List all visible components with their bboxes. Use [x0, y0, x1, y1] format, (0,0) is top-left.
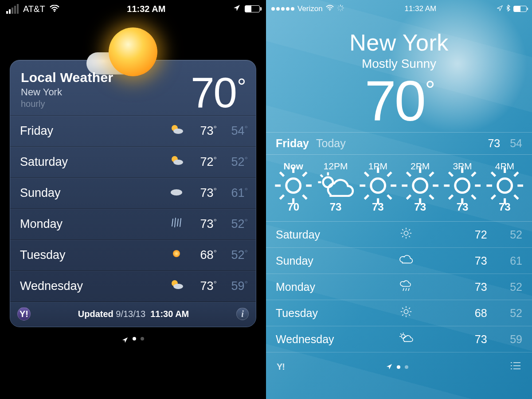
- low-temp: 52: [487, 281, 522, 293]
- sun-icon: [399, 178, 441, 194]
- day-label: Tuesday: [20, 248, 167, 262]
- day-label: Sunday: [20, 186, 167, 200]
- svg-line-80: [403, 288, 404, 291]
- hour-temp: 73: [314, 201, 356, 213]
- spinner-icon: [337, 4, 344, 14]
- svg-line-90: [409, 308, 410, 309]
- svg-line-78: [409, 229, 410, 231]
- weather-header: New York Mostly Sunny 70°: [266, 18, 532, 132]
- svg-line-41: [387, 195, 391, 199]
- low-temp: 52: [487, 228, 522, 241]
- low-temp: 59: [217, 279, 248, 293]
- svg-line-59: [472, 195, 476, 199]
- card-title: Local Weather: [21, 70, 113, 85]
- list-icon[interactable]: [510, 361, 521, 372]
- page-indicator[interactable]: [0, 337, 266, 345]
- svg-line-50: [430, 195, 434, 199]
- sun-icon: [484, 178, 526, 194]
- svg-line-52: [407, 195, 411, 199]
- sun-cloud-icon: [167, 278, 186, 294]
- svg-point-53: [455, 179, 469, 193]
- statusbar-time: 11:32 AM: [127, 4, 165, 14]
- wifi-icon: [50, 4, 59, 14]
- svg-line-15: [342, 6, 343, 7]
- sun-icon: [374, 227, 438, 242]
- svg-point-22: [286, 179, 301, 193]
- forecast-row: Wednesday7359: [266, 326, 532, 352]
- svg-line-7: [175, 218, 176, 227]
- svg-line-9: [180, 219, 181, 227]
- low-temp: 54: [217, 124, 248, 138]
- hour-cell: 2PM73: [399, 161, 441, 213]
- today-low: 54: [510, 137, 522, 150]
- svg-point-13: [329, 10, 330, 11]
- day-label: Sunday: [276, 254, 374, 267]
- sun-icon: [441, 178, 483, 194]
- day-label: Saturday: [276, 228, 374, 241]
- bluetooth-icon: [506, 4, 510, 14]
- sun-icon: [357, 178, 399, 194]
- high-temp: 73: [438, 281, 487, 293]
- high-temp: 73: [186, 186, 217, 200]
- svg-line-21: [338, 6, 339, 7]
- forecast-row: Friday7354: [10, 115, 256, 146]
- sun-cloud-icon: [167, 154, 186, 170]
- sun-icon: [167, 247, 186, 263]
- day-label: Friday: [20, 124, 167, 138]
- day-label: Monday: [20, 217, 167, 231]
- high-temp: 68: [186, 248, 217, 262]
- card-footer: Y! Updated 9/13/13 11:30 AM i: [10, 301, 256, 327]
- forecast-row: Monday7352: [266, 274, 532, 300]
- ios7-weather-screen: Verizon 11:32 AM New York Mostly Sunny 7…: [266, 0, 532, 399]
- forecast-row: Sunday7361: [266, 248, 532, 274]
- page-dot: [405, 365, 408, 369]
- carrier-label: AT&T: [23, 4, 45, 14]
- hour-cell: 4PM73: [484, 161, 526, 213]
- svg-line-28: [303, 195, 307, 199]
- updated-label: Updated 9/13/13 11:30 AM: [78, 309, 189, 319]
- svg-point-2: [173, 129, 183, 134]
- svg-line-61: [449, 195, 453, 199]
- svg-line-30: [280, 195, 284, 199]
- yahoo-icon[interactable]: Y!: [17, 307, 31, 321]
- hour-cell: Now70: [272, 161, 314, 213]
- ios7-statusbar: Verizon 11:32 AM: [266, 0, 532, 18]
- svg-line-40: [364, 172, 368, 176]
- low-temp: 52: [217, 217, 248, 231]
- info-icon[interactable]: i: [236, 308, 249, 320]
- svg-line-67: [491, 172, 495, 176]
- svg-point-83: [404, 309, 408, 313]
- page-indicator[interactable]: [386, 362, 408, 372]
- current-temp: 70°: [365, 73, 434, 129]
- forecast-row: Sunday7361: [10, 177, 256, 208]
- forecast-row: Monday7352: [10, 208, 256, 239]
- daily-forecast[interactable]: Saturday7252Sunday7361Monday7352Tuesday6…: [266, 222, 532, 352]
- svg-point-0: [54, 10, 55, 12]
- hourly-forecast[interactable]: Now7012PM731PM732PM733PM734PM73: [266, 155, 532, 222]
- high-temp: 68: [438, 307, 487, 320]
- high-temp: 73: [438, 254, 487, 267]
- svg-line-6: [172, 219, 173, 226]
- svg-line-82: [408, 288, 409, 291]
- svg-point-5: [171, 189, 182, 196]
- cloud-icon: [167, 185, 186, 201]
- svg-line-43: [364, 195, 368, 199]
- high-temp: 73: [186, 217, 217, 231]
- svg-point-35: [371, 179, 385, 193]
- weather-card-header[interactable]: Local Weather New York hourly 70°: [10, 60, 256, 115]
- yahoo-icon[interactable]: Y!: [277, 362, 285, 372]
- day-label: Monday: [276, 281, 374, 293]
- svg-line-51: [430, 172, 434, 176]
- sun-icon: [374, 305, 438, 321]
- hourly-link[interactable]: hourly: [21, 99, 113, 109]
- page-dot: [141, 337, 144, 340]
- signal-icon: [6, 4, 19, 14]
- svg-point-4: [173, 160, 183, 165]
- weather-card: Local Weather New York hourly 70° Friday…: [10, 60, 256, 327]
- svg-line-19: [338, 9, 339, 10]
- signal-icon: [271, 7, 294, 11]
- low-temp: 61: [487, 254, 522, 267]
- low-temp: 52: [217, 155, 248, 169]
- location-icon: [233, 4, 240, 14]
- svg-line-60: [472, 172, 476, 176]
